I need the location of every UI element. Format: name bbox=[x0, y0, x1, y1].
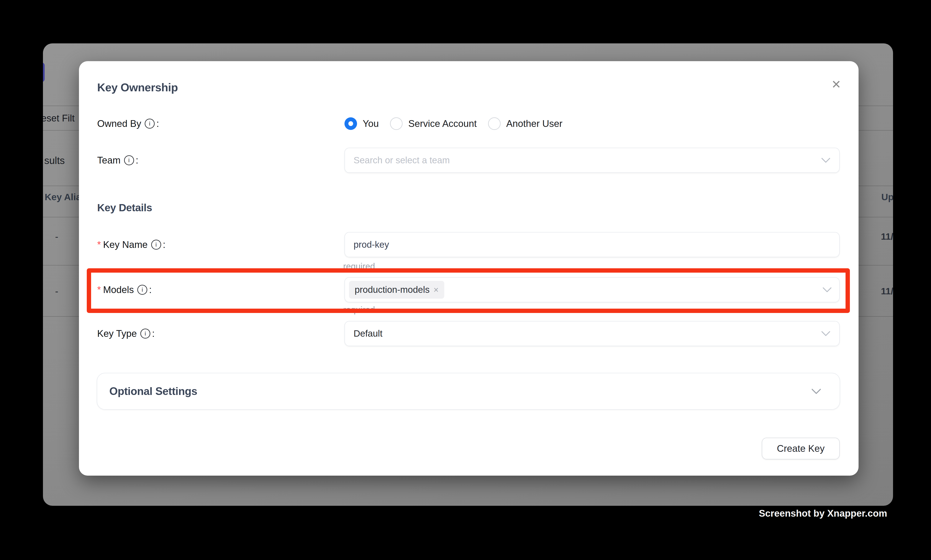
radio-another-user-label: Another User bbox=[506, 118, 562, 129]
chevron-down-icon bbox=[811, 388, 822, 394]
xnapper-watermark: Screenshot by Xnapper.com bbox=[759, 508, 887, 519]
chevron-down-icon bbox=[821, 157, 831, 163]
required-asterisk: * bbox=[97, 240, 101, 249]
models-multiselect[interactable]: production-models × bbox=[345, 277, 840, 302]
radio-unselected-icon[interactable] bbox=[488, 117, 501, 130]
dimmed-primary-button-fragment bbox=[43, 63, 45, 82]
radio-service-account-label: Service Account bbox=[408, 118, 477, 129]
key-alias-column-header: Key Alia bbox=[45, 192, 81, 202]
colon: : bbox=[136, 155, 138, 166]
team-label: Team i : bbox=[97, 155, 138, 166]
info-icon: i bbox=[145, 118, 155, 129]
radio-you-label: You bbox=[363, 118, 379, 129]
table-cell: 11/ bbox=[881, 231, 893, 242]
required-asterisk: * bbox=[97, 285, 101, 295]
key-details-heading: Key Details bbox=[97, 202, 152, 214]
key-name-input[interactable]: prod-key bbox=[345, 232, 840, 257]
info-icon: i bbox=[151, 240, 161, 250]
models-required-hint: required bbox=[343, 305, 375, 315]
key-name-row: * Key Name i : prod-key bbox=[97, 232, 840, 258]
team-row: Team i : Search or select a team bbox=[97, 147, 840, 173]
model-tag-label: production-models bbox=[355, 285, 430, 295]
radio-service-account[interactable]: Service Account bbox=[390, 117, 477, 130]
colon: : bbox=[149, 284, 152, 295]
optional-settings-label: Optional Settings bbox=[109, 385, 197, 398]
owned-by-radio-group: You Service Account Another User bbox=[345, 117, 562, 130]
remove-tag-icon[interactable]: × bbox=[434, 285, 439, 294]
owned-by-label: Owned By i : bbox=[97, 118, 159, 129]
key-type-row: Key Type i : Default bbox=[97, 320, 840, 346]
models-label-text: Models bbox=[103, 284, 134, 295]
table-cell: - bbox=[55, 231, 58, 242]
key-name-label-text: Key Name bbox=[103, 239, 148, 250]
radio-unselected-icon[interactable] bbox=[390, 117, 403, 130]
key-type-value: Default bbox=[354, 328, 382, 339]
info-icon: i bbox=[124, 155, 134, 165]
models-label: * Models i : bbox=[97, 284, 152, 295]
key-name-required-hint: required bbox=[343, 261, 375, 272]
radio-another-user[interactable]: Another User bbox=[488, 117, 562, 130]
create-key-button[interactable]: Create Key bbox=[762, 438, 840, 459]
chevron-down-icon bbox=[822, 287, 832, 293]
key-name-value: prod-key bbox=[354, 240, 389, 250]
colon: : bbox=[152, 328, 155, 339]
radio-selected-icon[interactable] bbox=[345, 117, 357, 130]
colon: : bbox=[163, 239, 166, 250]
table-cell: 11/ bbox=[881, 286, 893, 297]
key-type-label: Key Type i : bbox=[97, 328, 155, 339]
owned-by-row: Owned By i : You Service Account Another… bbox=[97, 111, 840, 137]
updated-column-header: Up bbox=[881, 192, 893, 202]
optional-settings-toggle[interactable]: Optional Settings bbox=[97, 373, 840, 410]
key-name-label: * Key Name i : bbox=[97, 239, 166, 250]
chevron-down-icon bbox=[821, 331, 831, 337]
reset-filters-fragment: eset Filt bbox=[43, 113, 75, 124]
results-count-fragment: sults bbox=[44, 155, 65, 166]
key-type-label-text: Key Type bbox=[97, 328, 137, 339]
info-icon: i bbox=[137, 285, 147, 295]
key-type-select[interactable]: Default bbox=[345, 321, 840, 346]
models-row: * Models i : production-models × bbox=[97, 277, 840, 303]
model-tag: production-models × bbox=[349, 281, 444, 298]
close-icon[interactable]: ✕ bbox=[826, 75, 846, 94]
owned-by-label-text: Owned By bbox=[97, 118, 141, 129]
team-select-placeholder: Search or select a team bbox=[354, 155, 450, 166]
team-label-text: Team bbox=[97, 155, 121, 166]
colon: : bbox=[156, 118, 159, 129]
info-icon: i bbox=[140, 329, 150, 338]
screenshot-canvas: eset Filt sults Key Alia Up - 11/ - 11/ … bbox=[0, 0, 931, 560]
create-key-modal: Key Ownership ✕ Owned By i : You Service… bbox=[79, 61, 859, 475]
radio-you[interactable]: You bbox=[345, 117, 379, 130]
table-cell: - bbox=[55, 286, 58, 297]
modal-title: Key Ownership bbox=[97, 81, 178, 94]
team-select[interactable]: Search or select a team bbox=[345, 148, 840, 173]
